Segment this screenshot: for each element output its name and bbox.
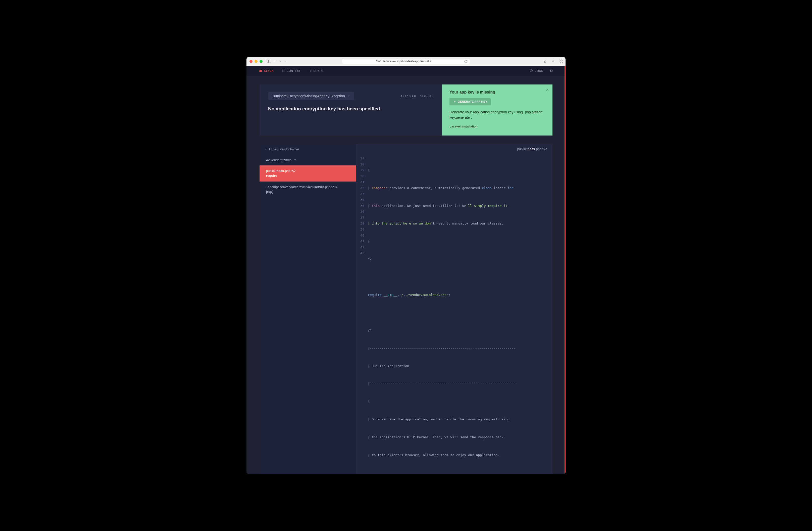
- nav-docs[interactable]: DOCS: [530, 69, 543, 72]
- maximize-window-button[interactable]: [260, 60, 263, 63]
- nav-context[interactable]: CONTEXT: [282, 69, 301, 72]
- stack-section: Expand vendor frames 42 vendor frames pu…: [260, 144, 552, 474]
- expand-icon: [264, 148, 267, 151]
- close-window-button[interactable]: [249, 60, 252, 63]
- lifebuoy-icon: [530, 69, 533, 72]
- php-version: PHP 8.1.0: [401, 94, 416, 98]
- nav-context-label: CONTEXT: [287, 69, 301, 72]
- minimize-window-button[interactable]: [255, 60, 258, 63]
- error-header: PHP 8.1.0 8.79.0 Illuminate\Encryption\M…: [260, 84, 442, 136]
- solution-button-label: GENERATE APP KEY: [458, 100, 487, 103]
- stack-icon: [259, 69, 262, 72]
- generate-app-key-button[interactable]: GENERATE APP KEY: [449, 98, 491, 105]
- code-body: 2728293031323334353637383940414243 | | C…: [356, 154, 552, 474]
- nav-docs-label: DOCS: [535, 69, 543, 72]
- forward-button[interactable]: ›: [285, 59, 286, 64]
- chevron-down-icon: [293, 158, 296, 162]
- address-text: ignition-test-app.test/#F2: [397, 59, 432, 63]
- solution-description: Generate your application encryption key…: [449, 110, 545, 121]
- titlebar: ⌄ ‹ › Not Secure — ignition-test-app.tes…: [246, 57, 566, 66]
- svg-point-3: [530, 70, 532, 72]
- vendor-frames-group[interactable]: 42 vendor frames: [260, 155, 356, 165]
- frames-panel: Expand vendor frames 42 vendor frames pu…: [260, 144, 356, 474]
- solution-card: ✕ Your app key is missing GENERATE APP K…: [442, 84, 552, 136]
- frame-item[interactable]: ~/.composer/vendor/laravel/valet/server.…: [260, 182, 356, 198]
- header-section: PHP 8.1.0 8.79.0 Illuminate\Encryption\M…: [260, 84, 552, 136]
- code-lines: | | Composer provides a convenient, auto…: [368, 155, 552, 470]
- titlebar-right: +: [543, 59, 563, 64]
- tab-overview-icon[interactable]: [559, 59, 563, 63]
- nav-stack-label: STACK: [264, 69, 274, 72]
- share-nav-icon: [309, 69, 312, 72]
- solution-link[interactable]: Laravel installation: [449, 124, 478, 128]
- close-solution-button[interactable]: ✕: [546, 87, 549, 92]
- traffic-lights: [249, 60, 263, 63]
- new-tab-button[interactable]: +: [552, 59, 554, 64]
- expand-vendor-label: Expand vendor frames: [269, 148, 300, 151]
- nav-share[interactable]: SHARE: [309, 69, 324, 72]
- svg-rect-1: [260, 71, 262, 71]
- frame-item-active[interactable]: public/index.php:52 require: [260, 165, 356, 182]
- laravel-version: 8.79.0: [420, 94, 433, 98]
- browser-window: ⌄ ‹ › Not Secure — ignition-test-app.tes…: [246, 57, 566, 474]
- chevron-down-icon[interactable]: ⌄: [275, 60, 277, 62]
- code-file-header: public/index.php:52: [356, 144, 552, 154]
- share-icon[interactable]: [543, 59, 547, 64]
- context-icon: [282, 69, 285, 72]
- svg-rect-2: [260, 71, 262, 72]
- nav-share-label: SHARE: [314, 69, 324, 72]
- expand-vendor-frames[interactable]: Expand vendor frames: [260, 144, 356, 155]
- svg-rect-0: [260, 70, 262, 70]
- frame-function: [top]: [266, 190, 273, 194]
- settings-icon[interactable]: ⚙: [550, 69, 553, 73]
- svg-point-4: [531, 70, 532, 71]
- vendor-frames-label: 42 vendor frames: [266, 158, 291, 162]
- error-message: No application encryption key has been s…: [268, 106, 433, 112]
- chevron-down-icon: [347, 95, 350, 98]
- back-button[interactable]: ‹: [280, 59, 281, 64]
- exception-class-chip[interactable]: Illuminate\Encryption\MissingAppKeyExcep…: [268, 92, 354, 100]
- frame-path: public/index.php:52: [266, 169, 296, 173]
- solution-title: Your app key is missing: [449, 90, 545, 95]
- wrench-icon: [453, 100, 456, 103]
- code-panel: public/index.php:52 27282930313233343536…: [356, 144, 552, 474]
- titlebar-controls: ⌄ ‹ ›: [267, 59, 286, 64]
- header-meta: PHP 8.1.0 8.79.0: [401, 94, 433, 98]
- laravel-icon: [420, 94, 423, 97]
- frame-function: require: [266, 174, 277, 178]
- line-gutter: 2728293031323334353637383940414243: [356, 155, 368, 470]
- reload-icon[interactable]: [464, 60, 467, 63]
- address-bar[interactable]: Not Secure — ignition-test-app.test/#F2: [342, 59, 470, 64]
- nav-stack[interactable]: STACK: [259, 69, 274, 72]
- address-text-prefix: Not Secure —: [376, 59, 396, 63]
- frame-path: ~/.composer/vendor/laravel/valet/server.…: [266, 185, 337, 189]
- top-nav: STACK CONTEXT SHARE DOCS ⚙: [246, 66, 566, 76]
- exception-class-text: Illuminate\Encryption\MissingAppKeyExcep…: [272, 94, 345, 98]
- sidebar-toggle-icon[interactable]: [267, 60, 271, 63]
